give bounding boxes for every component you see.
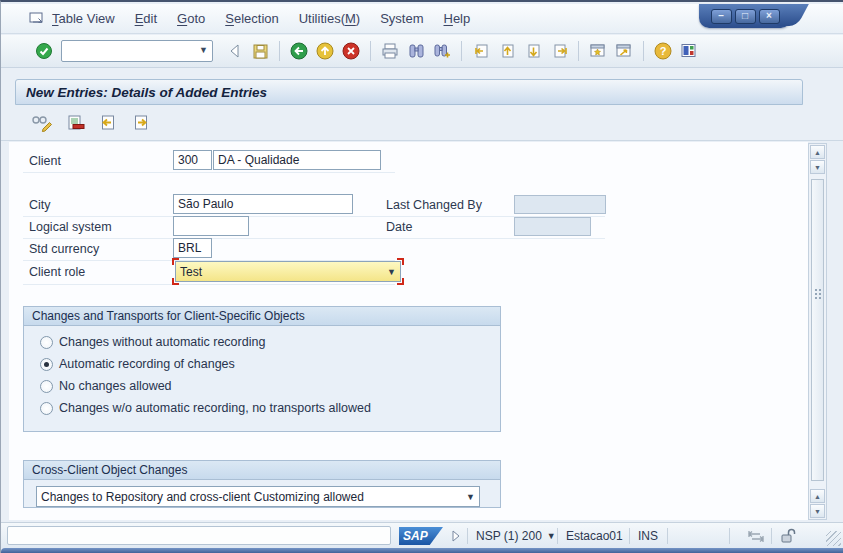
- scroll-up-icon[interactable]: ▲: [810, 145, 825, 159]
- sap-logo: SAP: [399, 527, 443, 545]
- previous-page-icon[interactable]: [495, 39, 519, 63]
- menu-item-table-view[interactable]: Table View: [42, 11, 125, 26]
- last-changed-by-field: [514, 195, 606, 214]
- status-expand-icon[interactable]: [451, 523, 461, 549]
- application-toolbar: [15, 108, 154, 138]
- chevron-down-icon[interactable]: ▼: [466, 492, 475, 502]
- help-icon[interactable]: ?: [651, 39, 675, 63]
- option-changes-without-recording[interactable]: Changes without automatic recording: [40, 335, 265, 349]
- menu-bar: Table View Edit Goto Selection Utilities…: [1, 4, 843, 34]
- svg-text:?: ?: [660, 45, 667, 57]
- thumb-grip: [814, 288, 822, 299]
- last-changed-by-label: Last Changed By: [386, 198, 482, 212]
- close-button[interactable]: ×: [759, 9, 780, 24]
- menu-item-edit[interactable]: Edit: [125, 11, 167, 26]
- option-changes-no-transports[interactable]: Changes w/o automatic recording, no tran…: [40, 401, 371, 415]
- new-session-icon[interactable]: [586, 39, 610, 63]
- minimize-button[interactable]: –: [711, 9, 732, 24]
- chevron-down-icon[interactable]: ▼: [547, 531, 556, 541]
- client-name-field[interactable]: DA - Qualidade: [213, 150, 381, 170]
- option-label: Changes w/o automatic recording, no tran…: [59, 401, 371, 415]
- page-title: New Entries: Details of Added Entries: [16, 85, 267, 100]
- exit-icon[interactable]: [313, 39, 337, 63]
- menu-item-utilities[interactable]: Utilities(M): [289, 11, 370, 26]
- radio-icon[interactable]: [40, 336, 53, 349]
- display-change-icon[interactable]: [30, 111, 54, 135]
- menu-item-system[interactable]: System: [370, 11, 433, 26]
- menu-item-goto[interactable]: Goto: [167, 11, 215, 26]
- changes-transports-group: Changes and Transports for Client-Specif…: [23, 306, 501, 432]
- window-bottom-edge: [1, 548, 843, 553]
- vertical-scrollbar[interactable]: ▲ ▼ ▲ ▼: [808, 143, 827, 520]
- city-label: City: [29, 198, 51, 212]
- first-page-icon[interactable]: [469, 39, 493, 63]
- create-shortcut-icon[interactable]: [612, 39, 636, 63]
- date-field: [514, 217, 591, 236]
- std-currency-field[interactable]: BRL: [173, 238, 212, 258]
- window-controls: – □ ×: [699, 4, 791, 28]
- data-transfer-icon: [746, 523, 766, 549]
- scrollbar-thumb[interactable]: [811, 179, 824, 481]
- radio-icon[interactable]: [40, 358, 53, 371]
- cross-client-group: Cross-Client Object Changes Changes to R…: [23, 460, 501, 508]
- delete-line-icon[interactable]: [63, 111, 87, 135]
- next-page-icon[interactable]: [521, 39, 545, 63]
- command-dropdown-icon[interactable]: ▼: [199, 45, 208, 55]
- option-automatic-recording[interactable]: Automatic recording of changes: [40, 357, 235, 371]
- client-role-combobox[interactable]: Test ▼: [175, 261, 401, 282]
- scroll-down-icon[interactable]: ▼: [810, 160, 825, 174]
- status-host: Estacao01: [566, 523, 623, 549]
- scroll-down-icon[interactable]: ▼: [810, 504, 825, 518]
- city-field[interactable]: São Paulo: [173, 194, 353, 214]
- sap-gui-window: Table View Edit Goto Selection Utilities…: [0, 0, 843, 553]
- back-triangle-icon[interactable]: [222, 39, 246, 63]
- unlock-icon[interactable]: [780, 523, 796, 549]
- option-label: Changes without automatic recording: [59, 335, 265, 349]
- option-label: No changes allowed: [59, 379, 172, 393]
- maximize-button[interactable]: □: [735, 9, 756, 24]
- cancel-icon[interactable]: [339, 39, 363, 63]
- back-icon[interactable]: [287, 39, 311, 63]
- chevron-down-icon[interactable]: ▼: [387, 267, 396, 277]
- date-label: Date: [386, 220, 412, 234]
- customize-layout-icon[interactable]: [677, 39, 701, 63]
- std-currency-label: Std currency: [29, 242, 99, 256]
- command-field[interactable]: ▼: [61, 40, 213, 62]
- logical-system-field[interactable]: [173, 216, 249, 236]
- next-entry-icon[interactable]: [129, 111, 153, 135]
- option-label: Automatic recording of changes: [59, 357, 235, 371]
- option-no-changes[interactable]: No changes allowed: [40, 379, 172, 393]
- previous-entry-icon[interactable]: [96, 111, 120, 135]
- enter-icon[interactable]: [32, 39, 56, 63]
- scroll-up-icon[interactable]: ▲: [810, 489, 825, 503]
- toolbar-divider: [1, 140, 843, 141]
- menu-item-selection[interactable]: Selection: [215, 11, 288, 26]
- changes-transports-group-title: Changes and Transports for Client-Specif…: [24, 307, 500, 326]
- status-system-info[interactable]: NSP (1) 200▼: [476, 523, 556, 549]
- client-label: Client: [29, 154, 61, 168]
- print-icon[interactable]: [378, 39, 402, 63]
- cross-client-value: Changes to Repository and cross-client C…: [41, 490, 364, 504]
- status-input-mode: INS: [638, 523, 658, 549]
- client-number-field[interactable]: 300: [173, 150, 212, 170]
- menu-item-help[interactable]: Help: [434, 11, 481, 26]
- find-next-icon[interactable]: [430, 39, 454, 63]
- detail-form: Client 300 DA - Qualidade City São Paulo…: [9, 142, 808, 520]
- radio-icon[interactable]: [40, 402, 53, 415]
- find-icon[interactable]: [404, 39, 428, 63]
- standard-toolbar: ▼: [1, 35, 843, 68]
- last-page-icon[interactable]: [547, 39, 571, 63]
- cross-client-combobox[interactable]: Changes to Repository and cross-client C…: [36, 486, 480, 507]
- resize-grip[interactable]: [826, 531, 841, 546]
- status-message-field: [7, 526, 391, 545]
- save-icon[interactable]: [248, 39, 272, 63]
- screen-title-bar: New Entries: Details of Added Entries: [15, 79, 803, 105]
- cross-client-group-title: Cross-Client Object Changes: [24, 461, 500, 480]
- client-role-label: Client role: [29, 265, 85, 279]
- client-role-value: Test: [180, 265, 202, 279]
- status-bar: SAP NSP (1) 200▼ Estacao01 INS: [1, 522, 843, 548]
- radio-icon[interactable]: [40, 380, 53, 393]
- logical-system-label: Logical system: [29, 220, 112, 234]
